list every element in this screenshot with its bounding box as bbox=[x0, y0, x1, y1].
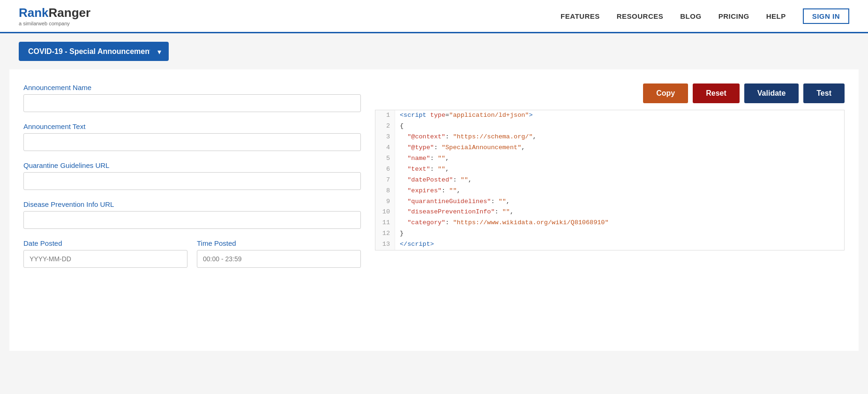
line-content: "quarantineGuidelines": "", bbox=[395, 197, 515, 207]
quarantine-url-group: Quarantine Guidelines URL bbox=[23, 161, 361, 190]
disease-url-group: Disease Prevention Info URL bbox=[23, 200, 361, 229]
announcement-text-group: Announcement Text bbox=[23, 122, 361, 151]
code-line: 3 "@context": "https://schema.org/", bbox=[375, 132, 844, 143]
logo-rank: Rank bbox=[19, 6, 49, 20]
date-posted-input[interactable] bbox=[23, 250, 187, 268]
code-line: 2{ bbox=[375, 121, 844, 132]
line-number: 12 bbox=[375, 228, 395, 239]
code-line: 4 "@type": "SpecialAnnouncement", bbox=[375, 143, 844, 153]
line-content: "@context": "https://schema.org/", bbox=[395, 132, 541, 143]
main-nav: FEATURES RESOURCES BLOG PRICING HELP SIG… bbox=[561, 8, 849, 24]
dropdown-bar: COVID-19 - Special Announcement bbox=[0, 33, 868, 69]
logo-text: RankRanger bbox=[19, 6, 90, 20]
code-toolbar: Copy Reset Validate Test bbox=[375, 83, 845, 103]
date-posted-label: Date Posted bbox=[23, 239, 187, 247]
disease-url-input[interactable] bbox=[23, 211, 361, 229]
code-line: 6 "text": "", bbox=[375, 164, 844, 175]
announcement-text-label: Announcement Text bbox=[23, 122, 361, 130]
line-number: 13 bbox=[375, 239, 395, 250]
schema-type-dropdown-wrapper: COVID-19 - Special Announcement bbox=[19, 42, 169, 61]
line-content: "text": "", bbox=[395, 164, 454, 175]
code-line: 10 "diseasePreventionInfo": "", bbox=[375, 207, 844, 218]
validate-button[interactable]: Validate bbox=[744, 83, 799, 103]
test-button[interactable]: Test bbox=[803, 83, 845, 103]
line-content: { bbox=[395, 121, 408, 132]
line-content: "expires": "", bbox=[395, 186, 465, 197]
quarantine-url-input[interactable] bbox=[23, 172, 361, 190]
line-number: 1 bbox=[375, 110, 395, 121]
line-content: } bbox=[395, 228, 408, 239]
reset-button[interactable]: Reset bbox=[693, 83, 740, 103]
code-block: 1<script type="application/ld+json">2{3 … bbox=[375, 110, 845, 250]
line-content: "category": "https://www.wikidata.org/wi… bbox=[395, 218, 614, 228]
nav-features[interactable]: FEATURES bbox=[561, 12, 600, 20]
line-content: <script type="application/ld+json"> bbox=[395, 110, 538, 121]
code-line: 5 "name": "", bbox=[375, 153, 844, 164]
date-time-row: Date Posted Time Posted bbox=[23, 239, 361, 278]
line-number: 10 bbox=[375, 207, 395, 218]
announcement-text-input[interactable] bbox=[23, 133, 361, 151]
code-line: 11 "category": "https://www.wikidata.org… bbox=[375, 218, 844, 228]
line-number: 11 bbox=[375, 218, 395, 228]
code-section: Copy Reset Validate Test 1<script type="… bbox=[375, 83, 845, 337]
code-line: 1<script type="application/ld+json"> bbox=[375, 110, 844, 121]
nav-pricing[interactable]: PRICING bbox=[718, 12, 749, 20]
line-number: 9 bbox=[375, 197, 395, 207]
nav-help[interactable]: HELP bbox=[766, 12, 786, 20]
date-posted-group: Date Posted bbox=[23, 239, 187, 268]
nav-resources[interactable]: RESOURCES bbox=[617, 12, 664, 20]
line-number: 4 bbox=[375, 143, 395, 153]
code-line: 8 "expires": "", bbox=[375, 186, 844, 197]
copy-button[interactable]: Copy bbox=[643, 83, 688, 103]
line-content: "diseasePreventionInfo": "", bbox=[395, 207, 518, 218]
main-content: Announcement Name Announcement Text Quar… bbox=[9, 69, 859, 351]
code-line: 12} bbox=[375, 228, 844, 239]
quarantine-url-label: Quarantine Guidelines URL bbox=[23, 161, 361, 169]
line-content: "name": "", bbox=[395, 153, 454, 164]
schema-type-dropdown[interactable]: COVID-19 - Special Announcement bbox=[19, 42, 169, 61]
time-posted-group: Time Posted bbox=[197, 239, 361, 268]
time-posted-label: Time Posted bbox=[197, 239, 361, 247]
line-number: 8 bbox=[375, 186, 395, 197]
announcement-name-group: Announcement Name bbox=[23, 83, 361, 112]
form-section: Announcement Name Announcement Text Quar… bbox=[23, 83, 361, 337]
line-number: 7 bbox=[375, 175, 395, 186]
code-line: 9 "quarantineGuidelines": "", bbox=[375, 197, 844, 207]
nav-blog[interactable]: BLOG bbox=[680, 12, 701, 20]
line-number: 3 bbox=[375, 132, 395, 143]
line-number: 5 bbox=[375, 153, 395, 164]
line-content: "datePosted": "", bbox=[395, 175, 477, 186]
logo-ranger: Ranger bbox=[49, 6, 91, 20]
line-content: "@type": "SpecialAnnouncement", bbox=[395, 143, 530, 153]
line-content: </script> bbox=[395, 239, 439, 250]
line-number: 6 bbox=[375, 164, 395, 175]
sign-in-button[interactable]: SIGN IN bbox=[803, 8, 849, 24]
logo: RankRanger a similarweb company bbox=[19, 6, 90, 26]
header: RankRanger a similarweb company FEATURES… bbox=[0, 0, 868, 33]
line-number: 2 bbox=[375, 121, 395, 132]
code-line: 13</script> bbox=[375, 239, 844, 250]
logo-sub: a similarweb company bbox=[19, 21, 90, 26]
announcement-name-label: Announcement Name bbox=[23, 83, 361, 91]
code-line: 7 "datePosted": "", bbox=[375, 175, 844, 186]
announcement-name-input[interactable] bbox=[23, 94, 361, 112]
disease-url-label: Disease Prevention Info URL bbox=[23, 200, 361, 208]
time-posted-input[interactable] bbox=[197, 250, 361, 268]
